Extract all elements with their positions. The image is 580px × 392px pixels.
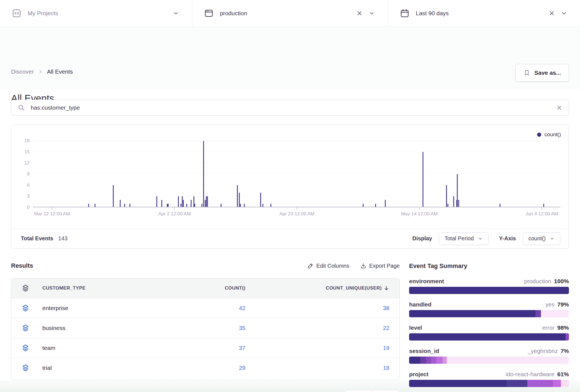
tag-bar[interactable] (409, 357, 569, 364)
date-range-filter[interactable]: Last 90 days (388, 0, 580, 27)
tag-bar-segment (436, 357, 443, 364)
x-tick-mark (297, 207, 297, 210)
tag-top-percentage: 98% (557, 324, 569, 331)
save-as-button[interactable]: Save as... (515, 64, 569, 82)
cell-customer-type: enterprise (42, 305, 162, 311)
calendar-icon (400, 8, 410, 18)
tag-bar[interactable] (409, 333, 569, 341)
event-tag-summary: Event Tag Summary environmentproduction1… (409, 262, 569, 392)
tag-top-percentage: 79% (557, 301, 569, 308)
tag-key: handled (409, 301, 432, 308)
chart-bar (191, 200, 192, 207)
cell-count-unique[interactable]: 38 (245, 305, 389, 311)
chevron-down-icon (478, 236, 483, 241)
stack-icon (21, 284, 42, 292)
top-filter-bar: My Projects production (0, 0, 580, 27)
table-row: team3719 (11, 338, 399, 358)
column-header-count[interactable]: COUNT() (162, 285, 245, 291)
chart-bar (178, 196, 179, 207)
column-header-customer_type[interactable]: CUSTOMER_TYPE (42, 285, 162, 291)
cell-count-unique[interactable]: 22 (245, 325, 389, 331)
results-table: CUSTOMER_TYPECOUNT()COUNT_UNIQUE(USER) e… (11, 278, 400, 380)
chart-footer: Total Events 143 Display Total Period Y-… (11, 228, 569, 248)
chart-bar (207, 196, 208, 207)
y-tick-label: 3 (11, 194, 30, 199)
tag-row-session_id: session_id_yeghrsbnz7% (409, 348, 569, 364)
chart-plot[interactable] (33, 141, 560, 207)
display-select[interactable]: Total Period (439, 232, 489, 245)
tag-top-value: production (524, 278, 551, 285)
tag-top-percentage: 100% (554, 278, 569, 285)
tag-bar[interactable] (409, 380, 569, 387)
tag-bar-segment (409, 287, 569, 294)
edit-columns-button[interactable]: Edit Columns (307, 263, 349, 269)
cell-count[interactable]: 35 (162, 325, 245, 331)
x-tick-mark (541, 207, 542, 210)
tag-bar-segment (561, 380, 569, 387)
close-icon[interactable] (548, 10, 555, 17)
breadcrumb: Discover All Events (11, 68, 73, 75)
total-events-value: 143 (58, 235, 67, 242)
chart-bar (453, 196, 454, 207)
tag-top-value: ido-react-hardware (506, 371, 555, 378)
stack-icon (21, 324, 42, 332)
cell-count[interactable]: 42 (162, 305, 245, 311)
next-page-button[interactable] (372, 390, 399, 392)
tag-bar[interactable] (409, 287, 569, 294)
chart-bar (156, 196, 157, 207)
tag-row-handled: handledyes79% (409, 301, 569, 317)
edit-columns-label: Edit Columns (316, 263, 349, 269)
chart-legend[interactable]: count() (537, 131, 561, 138)
stack-icon (21, 344, 42, 352)
chevron-down-icon[interactable] (173, 10, 179, 17)
tag-key: project (409, 371, 428, 378)
search-bar (11, 100, 569, 116)
events-chart-card: count() 0369121518 Mar 12 12:00 AMApr 2 … (11, 125, 569, 249)
x-tick-label: Jun 4 12:00 AM (525, 211, 558, 217)
table-row: trial2918 (11, 358, 399, 378)
cell-count-unique[interactable]: 18 (245, 365, 389, 371)
tag-top-value: _yeghrsbnz (528, 348, 558, 354)
tag-key: environment (409, 278, 444, 285)
tag-top-percentage: 61% (557, 371, 569, 378)
yaxis-select[interactable]: count() (523, 232, 560, 245)
breadcrumb-discover-link[interactable]: Discover (11, 68, 34, 75)
environment-filter[interactable]: production (192, 0, 388, 27)
chart-bar (203, 141, 204, 207)
display-label: Display (412, 235, 432, 242)
cell-count[interactable]: 37 (162, 345, 245, 351)
column-header-count_unique[interactable]: COUNT_UNIQUE(USER) (245, 285, 389, 291)
tag-key: session_id (409, 348, 439, 354)
previous-page-button[interactable] (346, 390, 372, 392)
close-icon[interactable] (356, 10, 363, 17)
total-events-label: Total Events (21, 235, 53, 242)
project-selector[interactable]: My Projects (0, 0, 192, 27)
tag-top-value: error (542, 324, 555, 331)
table-header-row: CUSTOMER_TYPECOUNT()COUNT_UNIQUE(USER) (11, 278, 399, 298)
breadcrumb-chevron-icon (38, 69, 43, 74)
chart-bar (239, 193, 240, 207)
x-tick-label: Mar 12 12:00 AM (34, 211, 70, 217)
breadcrumb-current: All Events (47, 68, 73, 75)
export-page-button[interactable]: Export Page (360, 263, 400, 269)
projects-icon (12, 8, 22, 18)
cell-count-unique[interactable]: 19 (245, 345, 389, 351)
cell-count[interactable]: 29 (162, 365, 245, 371)
chevron-down-icon[interactable] (561, 10, 567, 17)
chart-bar (385, 200, 386, 207)
tag-bar[interactable] (409, 310, 569, 317)
chevron-down-icon[interactable] (368, 10, 375, 17)
yaxis-select-value: count() (528, 235, 546, 242)
clear-search-icon[interactable] (556, 104, 563, 111)
tag-bar-segment (409, 357, 420, 364)
stack-icon (21, 364, 42, 372)
search-input[interactable] (30, 104, 551, 111)
chart-bar (446, 185, 447, 207)
x-tick-label: May 14 12:00 AM (401, 211, 438, 217)
chart-bar (237, 185, 238, 207)
x-tick-mark (419, 207, 420, 210)
search-icon (17, 104, 25, 112)
tag-key: level (409, 324, 422, 331)
x-tick-label: Apr 23 12:00 AM (279, 211, 315, 217)
tag-row-project: projectido-react-hardware61% (409, 371, 569, 387)
